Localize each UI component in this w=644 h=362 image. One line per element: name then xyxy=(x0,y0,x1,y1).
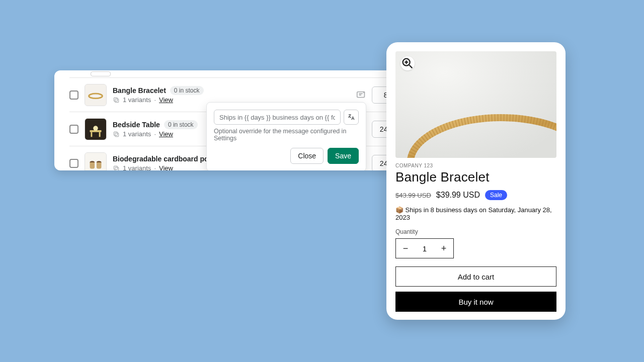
message-override-popover: Optional override for the message config… xyxy=(206,102,366,170)
quantity-increase[interactable]: + xyxy=(434,239,453,258)
message-icon[interactable] xyxy=(356,89,367,101)
view-link[interactable]: View xyxy=(159,130,173,138)
zoom-icon[interactable] xyxy=(400,56,415,70)
variants-text: 1 variants xyxy=(123,130,151,138)
variants-text: 1 variants xyxy=(123,164,151,170)
buy-now-button[interactable]: Buy it now xyxy=(395,292,556,312)
translate-button[interactable] xyxy=(344,110,359,125)
svg-rect-10 xyxy=(115,133,119,136)
storefront-preview: COMPANY 123 Bangle Bracelet $43.99 USD $… xyxy=(386,42,566,320)
svg-rect-11 xyxy=(114,132,117,135)
select-checkbox[interactable] xyxy=(69,90,78,100)
select-checkbox[interactable] xyxy=(69,159,78,168)
compare-at-price: $43.99 USD xyxy=(395,192,431,199)
svg-point-9 xyxy=(93,126,98,131)
separator-dot: · xyxy=(154,96,156,104)
brand-label: COMPANY 123 xyxy=(395,163,556,168)
separator-dot: · xyxy=(154,130,156,138)
shipping-message: 📦 Ships in 8 business days on Saturday, … xyxy=(395,206,556,221)
quantity-stepper: − 1 + xyxy=(395,238,454,258)
variants-icon xyxy=(113,97,120,104)
quantity-label: Quantity xyxy=(395,228,556,235)
product-title: Bangle Bracelet xyxy=(395,169,556,185)
svg-rect-8 xyxy=(99,132,101,137)
variants-icon xyxy=(113,165,120,171)
popover-help-text: Optional override for the message config… xyxy=(214,128,359,142)
save-button[interactable]: Save xyxy=(328,148,359,164)
close-button[interactable]: Close xyxy=(290,148,324,164)
product-name: Biodegradable cardboard pots xyxy=(113,155,215,163)
quantity-decrease[interactable]: − xyxy=(396,239,415,258)
product-name: Bedside Table xyxy=(113,121,160,129)
product-name: Bangle Bracelet xyxy=(113,86,166,95)
product-thumbnail xyxy=(85,84,107,106)
add-to-cart-button[interactable]: Add to cart xyxy=(395,266,556,287)
svg-rect-7 xyxy=(91,132,92,137)
svg-rect-16 xyxy=(115,167,119,170)
separator-dot: · xyxy=(154,164,156,170)
svg-rect-3 xyxy=(114,98,117,101)
svg-rect-13 xyxy=(85,153,106,171)
svg-rect-17 xyxy=(114,166,117,169)
view-link[interactable]: View xyxy=(159,96,173,104)
variants-text: 1 variants xyxy=(123,96,151,104)
stock-badge: 0 in stock xyxy=(164,120,198,129)
sale-badge: Sale xyxy=(485,190,507,200)
variants-icon xyxy=(113,131,120,138)
message-override-input[interactable] xyxy=(214,110,341,125)
price: $39.99 USD xyxy=(436,191,480,200)
stock-badge: 0 in stock xyxy=(170,86,204,95)
product-hero-image xyxy=(395,51,556,158)
view-link[interactable]: View xyxy=(159,164,173,170)
quantity-value: 1 xyxy=(415,239,434,258)
product-thumbnail xyxy=(85,118,107,140)
select-checkbox[interactable] xyxy=(69,125,78,134)
product-thumbnail xyxy=(85,152,107,171)
svg-rect-2 xyxy=(115,99,119,102)
svg-rect-0 xyxy=(85,84,106,106)
